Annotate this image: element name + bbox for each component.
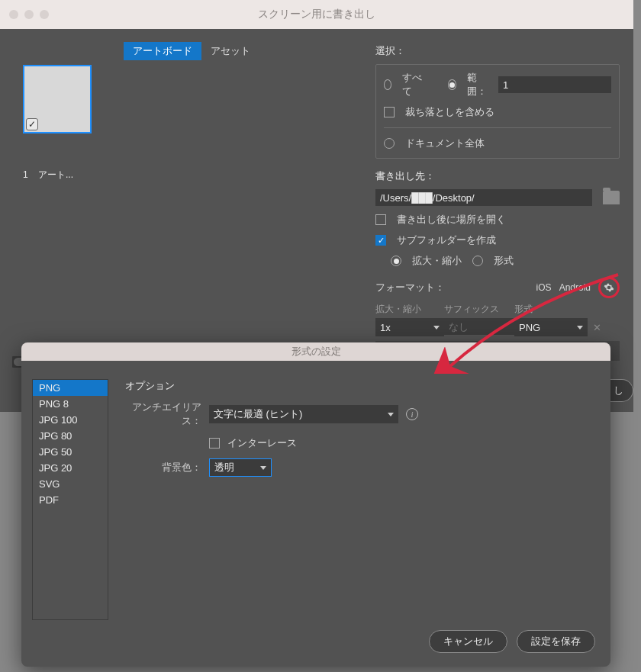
aa-value: 文字に最適 (ヒント) bbox=[214, 407, 302, 421]
checkbox-interlace[interactable] bbox=[209, 438, 220, 449]
checkbox-bleed[interactable] bbox=[384, 107, 395, 117]
thumbnail-name: アート... bbox=[38, 169, 73, 180]
cancel-button[interactable]: キャンセル bbox=[429, 630, 507, 653]
radio-full-doc[interactable] bbox=[384, 138, 395, 149]
preset-android[interactable]: Android bbox=[559, 282, 591, 293]
label-interlace: インターレース bbox=[227, 436, 297, 450]
background-select[interactable]: 透明 bbox=[209, 458, 272, 477]
radio-subfolder-scale[interactable] bbox=[391, 256, 401, 266]
label-subfolder-scale: 拡大・縮小 bbox=[412, 254, 462, 268]
formats-heading: フォーマット： bbox=[375, 281, 445, 294]
format-item-png8[interactable]: PNG 8 bbox=[33, 396, 108, 412]
label-subfolder: サブフォルダーを作成 bbox=[397, 233, 496, 247]
label-open-after: 書き出し後に場所を開く bbox=[397, 213, 506, 227]
col-suffix: サフィックス bbox=[444, 303, 514, 316]
label-subfolder-format: 形式 bbox=[494, 254, 514, 268]
tab-artboard[interactable]: アートボード bbox=[124, 42, 201, 60]
radio-range[interactable] bbox=[448, 79, 456, 90]
col-scale: 拡大・縮小 bbox=[375, 303, 444, 316]
titlebar: スクリーン用に書き出し bbox=[0, 0, 633, 29]
format-item-pdf[interactable]: PDF bbox=[33, 492, 108, 508]
suffix-input[interactable] bbox=[444, 318, 514, 335]
gear-icon[interactable] bbox=[604, 282, 614, 293]
label-all: すべて bbox=[402, 71, 423, 98]
preset-ios[interactable]: iOS bbox=[536, 282, 552, 293]
annotation-gear-highlight bbox=[598, 277, 620, 298]
format-list: PNG PNG 8 JPG 100 JPG 80 JPG 50 JPG 20 S… bbox=[32, 379, 108, 620]
format-select[interactable]: PNG bbox=[514, 318, 588, 336]
label-bleed: 裁ち落としを含める bbox=[405, 105, 494, 119]
partially-hidden-button[interactable]: し bbox=[610, 379, 633, 402]
artboard-thumbnail[interactable]: ✓ bbox=[23, 65, 92, 133]
tab-asset[interactable]: アセット bbox=[201, 42, 259, 60]
thumbnail-label: 1 アート... bbox=[23, 169, 92, 182]
col-format: 形式 bbox=[514, 303, 588, 316]
info-icon[interactable]: i bbox=[406, 408, 418, 420]
thumbnail-checkbox[interactable]: ✓ bbox=[26, 118, 38, 130]
options-heading: オプション bbox=[125, 379, 592, 393]
chevron-down-icon bbox=[577, 326, 583, 330]
format-settings-dialog: 形式の設定 PNG PNG 8 JPG 100 JPG 80 JPG 50 JP… bbox=[21, 342, 610, 667]
thumbnail-area: ✓ 1 アート... bbox=[15, 62, 374, 336]
save-settings-button[interactable]: 設定を保存 bbox=[517, 630, 595, 653]
remove-row-button[interactable]: ✕ bbox=[588, 318, 606, 336]
export-path-input[interactable] bbox=[375, 189, 592, 206]
bg-value: 透明 bbox=[214, 461, 234, 474]
format-item-svg[interactable]: SVG bbox=[33, 476, 108, 492]
format-item-jpg100[interactable]: JPG 100 bbox=[33, 412, 108, 428]
export-to-heading: 書き出し先： bbox=[375, 169, 620, 183]
tab-group: アートボード アセット bbox=[124, 42, 259, 60]
bg-label: 背景色： bbox=[125, 461, 201, 474]
window-title: スクリーン用に書き出し bbox=[0, 8, 633, 21]
label-range: 範囲： bbox=[467, 71, 488, 98]
label-full-doc: ドキュメント全体 bbox=[405, 137, 485, 150]
scale-select[interactable]: 1x bbox=[375, 318, 444, 336]
format-item-png[interactable]: PNG bbox=[33, 380, 108, 396]
radio-all[interactable] bbox=[384, 79, 391, 90]
format-item-jpg20[interactable]: JPG 20 bbox=[33, 460, 108, 476]
radio-subfolder-format[interactable] bbox=[472, 256, 483, 266]
dialog-title: 形式の設定 bbox=[21, 342, 610, 361]
antialias-select[interactable]: 文字に最適 (ヒント) bbox=[209, 405, 398, 423]
checkbox-open-after[interactable] bbox=[375, 214, 386, 225]
chevron-down-icon bbox=[388, 413, 394, 416]
chevron-down-icon bbox=[260, 466, 266, 470]
format-value: PNG bbox=[519, 322, 540, 333]
format-item-jpg50[interactable]: JPG 50 bbox=[33, 444, 108, 460]
selection-heading: 選択： bbox=[375, 44, 620, 58]
folder-icon[interactable] bbox=[603, 191, 620, 204]
format-item-jpg80[interactable]: JPG 80 bbox=[33, 428, 108, 444]
range-input[interactable] bbox=[498, 76, 611, 93]
aa-label: アンチエイリアス： bbox=[125, 400, 201, 428]
checkbox-subfolder[interactable]: ✓ bbox=[375, 235, 386, 246]
chevron-down-icon bbox=[433, 326, 440, 330]
scale-value: 1x bbox=[380, 322, 391, 333]
thumbnail-index: 1 bbox=[23, 169, 28, 180]
